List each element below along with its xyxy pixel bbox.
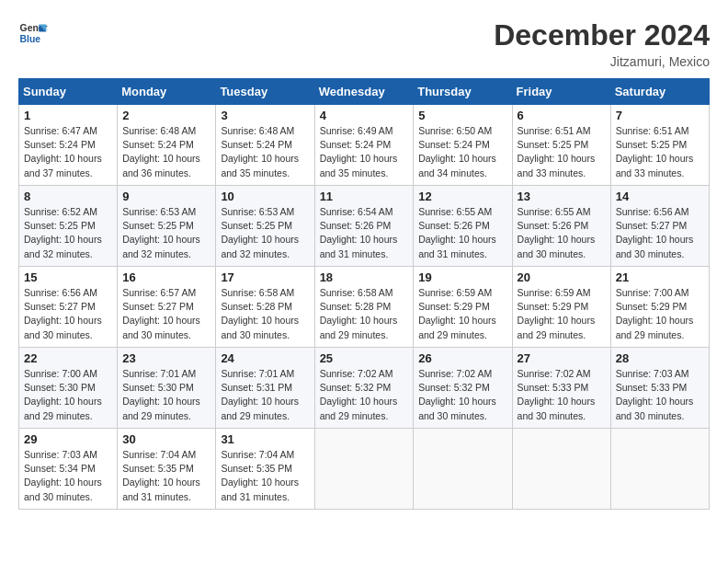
page-header: General Blue December 2024 Jitzamuri, Me… bbox=[18, 18, 710, 69]
day-number: 17 bbox=[221, 270, 309, 284]
calendar-cell: 28 Sunrise: 7:03 AM Sunset: 5:33 PM Dayl… bbox=[610, 348, 709, 429]
day-number: 30 bbox=[122, 432, 210, 446]
logo-icon: General Blue bbox=[18, 18, 48, 48]
location: Jitzamuri, Mexico bbox=[494, 54, 710, 69]
calendar-week-4: 22 Sunrise: 7:00 AM Sunset: 5:30 PM Dayl… bbox=[19, 348, 710, 429]
calendar-cell: 9 Sunrise: 6:53 AM Sunset: 5:25 PM Dayli… bbox=[118, 186, 216, 267]
day-number: 26 bbox=[418, 351, 506, 365]
day-info: Sunrise: 6:49 AM Sunset: 5:24 PM Dayligh… bbox=[320, 124, 409, 180]
calendar-week-1: 1 Sunrise: 6:47 AM Sunset: 5:24 PM Dayli… bbox=[19, 105, 710, 186]
day-info: Sunrise: 7:03 AM Sunset: 5:34 PM Dayligh… bbox=[24, 448, 112, 504]
calendar-cell bbox=[414, 429, 512, 510]
calendar-cell: 3 Sunrise: 6:48 AM Sunset: 5:24 PM Dayli… bbox=[216, 105, 314, 186]
calendar-cell: 12 Sunrise: 6:55 AM Sunset: 5:26 PM Dayl… bbox=[414, 186, 512, 267]
calendar-cell: 20 Sunrise: 6:59 AM Sunset: 5:29 PM Dayl… bbox=[512, 267, 610, 348]
day-number: 28 bbox=[616, 351, 704, 365]
calendar-cell: 10 Sunrise: 6:53 AM Sunset: 5:25 PM Dayl… bbox=[216, 186, 314, 267]
col-friday: Friday bbox=[512, 79, 610, 105]
calendar-cell: 25 Sunrise: 7:02 AM Sunset: 5:32 PM Dayl… bbox=[314, 348, 414, 429]
calendar: Sunday Monday Tuesday Wednesday Thursday… bbox=[18, 78, 710, 510]
day-info: Sunrise: 6:54 AM Sunset: 5:26 PM Dayligh… bbox=[320, 205, 409, 261]
day-number: 22 bbox=[24, 351, 112, 365]
day-number: 24 bbox=[221, 351, 309, 365]
day-number: 29 bbox=[24, 432, 112, 446]
calendar-cell bbox=[314, 429, 414, 510]
day-info: Sunrise: 6:47 AM Sunset: 5:24 PM Dayligh… bbox=[24, 124, 112, 180]
day-number: 7 bbox=[616, 109, 704, 122]
col-saturday: Saturday bbox=[610, 79, 709, 105]
col-sunday: Sunday bbox=[19, 79, 118, 105]
day-number: 14 bbox=[616, 190, 704, 203]
day-info: Sunrise: 6:59 AM Sunset: 5:29 PM Dayligh… bbox=[418, 286, 506, 342]
col-tuesday: Tuesday bbox=[216, 79, 314, 105]
day-info: Sunrise: 7:02 AM Sunset: 5:32 PM Dayligh… bbox=[418, 367, 506, 423]
calendar-cell: 30 Sunrise: 7:04 AM Sunset: 5:35 PM Dayl… bbox=[118, 429, 216, 510]
day-number: 21 bbox=[616, 270, 704, 284]
calendar-cell: 5 Sunrise: 6:50 AM Sunset: 5:24 PM Dayli… bbox=[414, 105, 512, 186]
day-info: Sunrise: 6:56 AM Sunset: 5:27 PM Dayligh… bbox=[616, 205, 704, 261]
calendar-cell: 18 Sunrise: 6:58 AM Sunset: 5:28 PM Dayl… bbox=[314, 267, 414, 348]
calendar-cell: 16 Sunrise: 6:57 AM Sunset: 5:27 PM Dayl… bbox=[118, 267, 216, 348]
calendar-cell: 26 Sunrise: 7:02 AM Sunset: 5:32 PM Dayl… bbox=[414, 348, 512, 429]
calendar-header: Sunday Monday Tuesday Wednesday Thursday… bbox=[19, 79, 710, 105]
day-info: Sunrise: 6:58 AM Sunset: 5:28 PM Dayligh… bbox=[221, 286, 309, 342]
calendar-body: 1 Sunrise: 6:47 AM Sunset: 5:24 PM Dayli… bbox=[19, 105, 710, 510]
month-title: December 2024 bbox=[494, 18, 710, 52]
day-number: 19 bbox=[418, 270, 506, 284]
day-number: 11 bbox=[320, 190, 409, 203]
calendar-cell: 6 Sunrise: 6:51 AM Sunset: 5:25 PM Dayli… bbox=[512, 105, 610, 186]
day-number: 23 bbox=[122, 351, 210, 365]
day-info: Sunrise: 6:59 AM Sunset: 5:29 PM Dayligh… bbox=[518, 286, 606, 342]
day-info: Sunrise: 6:57 AM Sunset: 5:27 PM Dayligh… bbox=[122, 286, 210, 342]
day-number: 16 bbox=[122, 270, 210, 284]
calendar-week-2: 8 Sunrise: 6:52 AM Sunset: 5:25 PM Dayli… bbox=[19, 186, 710, 267]
calendar-cell bbox=[610, 429, 709, 510]
calendar-cell: 15 Sunrise: 6:56 AM Sunset: 5:27 PM Dayl… bbox=[19, 267, 118, 348]
col-wednesday: Wednesday bbox=[314, 79, 414, 105]
day-info: Sunrise: 7:02 AM Sunset: 5:32 PM Dayligh… bbox=[320, 367, 409, 423]
day-info: Sunrise: 7:04 AM Sunset: 5:35 PM Dayligh… bbox=[122, 448, 210, 504]
day-info: Sunrise: 7:03 AM Sunset: 5:33 PM Dayligh… bbox=[616, 367, 704, 423]
calendar-cell: 14 Sunrise: 6:56 AM Sunset: 5:27 PM Dayl… bbox=[610, 186, 709, 267]
day-number: 13 bbox=[518, 190, 606, 203]
day-info: Sunrise: 6:53 AM Sunset: 5:25 PM Dayligh… bbox=[221, 205, 309, 261]
day-number: 8 bbox=[24, 190, 112, 203]
day-info: Sunrise: 7:01 AM Sunset: 5:31 PM Dayligh… bbox=[221, 367, 309, 423]
day-info: Sunrise: 6:58 AM Sunset: 5:28 PM Dayligh… bbox=[320, 286, 409, 342]
calendar-cell: 29 Sunrise: 7:03 AM Sunset: 5:34 PM Dayl… bbox=[19, 429, 118, 510]
calendar-cell: 11 Sunrise: 6:54 AM Sunset: 5:26 PM Dayl… bbox=[314, 186, 414, 267]
day-info: Sunrise: 6:55 AM Sunset: 5:26 PM Dayligh… bbox=[418, 205, 506, 261]
calendar-week-5: 29 Sunrise: 7:03 AM Sunset: 5:34 PM Dayl… bbox=[19, 429, 710, 510]
day-number: 9 bbox=[122, 190, 210, 203]
day-info: Sunrise: 7:02 AM Sunset: 5:33 PM Dayligh… bbox=[518, 367, 606, 423]
day-number: 5 bbox=[418, 109, 506, 122]
day-info: Sunrise: 6:48 AM Sunset: 5:24 PM Dayligh… bbox=[122, 124, 210, 180]
day-number: 6 bbox=[518, 109, 606, 122]
calendar-cell: 21 Sunrise: 7:00 AM Sunset: 5:29 PM Dayl… bbox=[610, 267, 709, 348]
col-thursday: Thursday bbox=[414, 79, 512, 105]
day-number: 3 bbox=[221, 109, 309, 122]
day-number: 20 bbox=[518, 270, 606, 284]
svg-text:Blue: Blue bbox=[20, 34, 41, 44]
calendar-cell: 4 Sunrise: 6:49 AM Sunset: 5:24 PM Dayli… bbox=[314, 105, 414, 186]
day-number: 25 bbox=[320, 351, 409, 365]
day-number: 10 bbox=[221, 190, 309, 203]
calendar-cell: 31 Sunrise: 7:04 AM Sunset: 5:35 PM Dayl… bbox=[216, 429, 314, 510]
day-info: Sunrise: 6:52 AM Sunset: 5:25 PM Dayligh… bbox=[24, 205, 112, 261]
day-number: 1 bbox=[24, 109, 112, 122]
calendar-cell bbox=[512, 429, 610, 510]
title-section: December 2024 Jitzamuri, Mexico bbox=[494, 18, 710, 69]
calendar-cell: 1 Sunrise: 6:47 AM Sunset: 5:24 PM Dayli… bbox=[19, 105, 118, 186]
day-info: Sunrise: 6:55 AM Sunset: 5:26 PM Dayligh… bbox=[518, 205, 606, 261]
day-number: 4 bbox=[320, 109, 409, 122]
day-number: 18 bbox=[320, 270, 409, 284]
calendar-cell: 8 Sunrise: 6:52 AM Sunset: 5:25 PM Dayli… bbox=[19, 186, 118, 267]
day-info: Sunrise: 7:00 AM Sunset: 5:30 PM Dayligh… bbox=[24, 367, 112, 423]
calendar-cell: 19 Sunrise: 6:59 AM Sunset: 5:29 PM Dayl… bbox=[414, 267, 512, 348]
calendar-cell: 7 Sunrise: 6:51 AM Sunset: 5:25 PM Dayli… bbox=[610, 105, 709, 186]
header-row: Sunday Monday Tuesday Wednesday Thursday… bbox=[19, 79, 710, 105]
calendar-cell: 23 Sunrise: 7:01 AM Sunset: 5:30 PM Dayl… bbox=[118, 348, 216, 429]
day-info: Sunrise: 6:56 AM Sunset: 5:27 PM Dayligh… bbox=[24, 286, 112, 342]
day-number: 15 bbox=[24, 270, 112, 284]
day-info: Sunrise: 7:00 AM Sunset: 5:29 PM Dayligh… bbox=[616, 286, 704, 342]
